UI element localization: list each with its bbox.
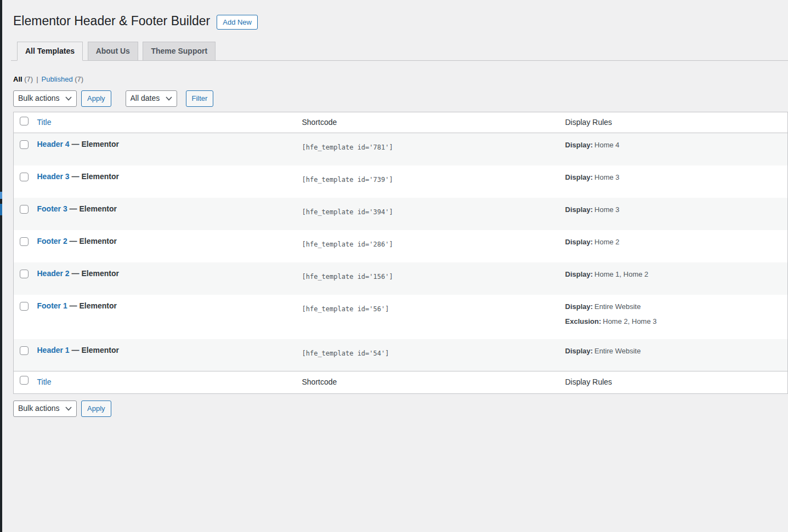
- column-header-display-rules: Display Rules: [560, 112, 788, 133]
- select-all-checkbox[interactable]: [20, 117, 29, 125]
- column-footer-display-rules: Display Rules: [560, 371, 788, 394]
- tab-bar: All Templates About Us Theme Support: [11, 42, 788, 61]
- table-footer-row: Title Shortcode Display Rules: [14, 371, 788, 394]
- row-checkbox[interactable]: [20, 346, 29, 355]
- shortcode-value: [hfe_template id='394']: [302, 208, 393, 216]
- template-title-suffix: — Elementor: [67, 237, 117, 245]
- row-checkbox[interactable]: [20, 302, 29, 311]
- template-title-suffix: — Elementor: [70, 172, 119, 181]
- template-title-link[interactable]: Header 2: [37, 269, 70, 278]
- dates-filter-select[interactable]: All dates: [126, 90, 177, 107]
- display-rule: Display:Entire Website: [565, 346, 783, 357]
- bottom-table-controls: Bulk actions Apply: [13, 401, 788, 417]
- apply-button-bottom[interactable]: Apply: [81, 401, 111, 417]
- shortcode-value: [hfe_template id='56']: [302, 305, 389, 313]
- column-footer-title[interactable]: Title: [37, 377, 52, 386]
- page-header: Elementor Header & Footer Builder Add Ne…: [13, 13, 788, 30]
- template-title-suffix: — Elementor: [67, 204, 117, 213]
- template-title-link[interactable]: Header 3: [37, 172, 70, 181]
- table-row: Footer 3 — Elementor [hfe_template id='3…: [14, 198, 788, 230]
- row-checkbox[interactable]: [20, 270, 29, 278]
- table-header-row: Title Shortcode Display Rules: [14, 112, 788, 133]
- shortcode-value: [hfe_template id='286']: [302, 241, 393, 248]
- view-published-link[interactable]: Published (7): [42, 75, 84, 83]
- table-row: Header 2 — Elementor [hfe_template id='1…: [14, 262, 788, 295]
- template-title-suffix: — Elementor: [67, 301, 117, 310]
- bulk-actions-select-bottom[interactable]: Bulk actions: [13, 401, 77, 417]
- display-rule: Display:Home 3: [565, 172, 783, 183]
- row-checkbox[interactable]: [20, 237, 29, 246]
- display-rule: Display:Home 3: [565, 204, 783, 215]
- display-rule: Display:Home 1, Home 2: [565, 269, 783, 280]
- table-row: Footer 1 — Elementor [hfe_template id='5…: [14, 295, 788, 339]
- page-title: Elementor Header & Footer Builder: [13, 13, 210, 30]
- row-checkbox[interactable]: [20, 173, 29, 181]
- filter-button[interactable]: Filter: [186, 90, 214, 107]
- shortcode-value: [hfe_template id='54']: [302, 350, 389, 357]
- shortcode-value: [hfe_template id='156']: [302, 273, 393, 281]
- select-all-checkbox[interactable]: [20, 376, 29, 385]
- tab-all-templates[interactable]: All Templates: [17, 42, 83, 61]
- row-checkbox[interactable]: [20, 205, 29, 214]
- display-rule: Display:Entire Website: [565, 301, 783, 312]
- add-new-button[interactable]: Add New: [217, 15, 258, 30]
- table-row: Header 3 — Elementor [hfe_template id='7…: [14, 165, 788, 198]
- column-footer-shortcode: Shortcode: [297, 371, 560, 394]
- apply-button[interactable]: Apply: [81, 90, 111, 107]
- display-rule: Display:Home 4: [565, 140, 783, 151]
- templates-table: Title Shortcode Display Rules Header 4 —…: [13, 112, 788, 394]
- row-checkbox[interactable]: [20, 140, 29, 149]
- admin-menu-active-mark-2: [0, 204, 2, 215]
- tab-theme-support[interactable]: Theme Support: [143, 42, 216, 60]
- admin-menu-active-mark: [0, 192, 2, 199]
- bulk-actions-select[interactable]: Bulk actions: [13, 90, 77, 107]
- template-title-link[interactable]: Footer 1: [37, 301, 67, 310]
- column-header-title[interactable]: Title: [37, 118, 52, 127]
- table-row: Footer 2 — Elementor [hfe_template id='2…: [14, 230, 788, 262]
- template-title-link[interactable]: Header 1: [37, 346, 70, 354]
- template-title-suffix: — Elementor: [70, 140, 119, 148]
- tab-about-us[interactable]: About Us: [88, 42, 138, 60]
- shortcode-value: [hfe_template id='739']: [302, 176, 393, 184]
- view-all-count: (7): [24, 75, 33, 83]
- view-separator: |: [36, 75, 38, 83]
- table-row: Header 4 — Elementor [hfe_template id='7…: [14, 133, 788, 165]
- template-title-link[interactable]: Footer 2: [37, 237, 67, 245]
- view-filter-links: All (7)|Published (7): [13, 75, 788, 83]
- admin-menu-strip: [0, 0, 2, 532]
- template-title-link[interactable]: Footer 3: [37, 204, 67, 213]
- exclusion-rule: Exclusion:Home 2, Home 3: [565, 316, 783, 327]
- view-all-link[interactable]: All (7): [13, 75, 33, 83]
- template-title-suffix: — Elementor: [70, 269, 119, 278]
- column-header-shortcode: Shortcode: [297, 112, 560, 133]
- top-table-controls: Bulk actions Apply All dates Filter: [13, 90, 788, 107]
- table-row: Header 1 — Elementor [hfe_template id='5…: [14, 339, 788, 371]
- shortcode-value: [hfe_template id='781']: [302, 144, 393, 151]
- view-published-count: (7): [75, 75, 83, 83]
- template-title-link[interactable]: Header 4: [37, 140, 70, 148]
- display-rule: Display:Home 2: [565, 237, 783, 248]
- template-title-suffix: — Elementor: [70, 346, 119, 354]
- admin-content: Elementor Header & Footer Builder Add Ne…: [11, 0, 788, 417]
